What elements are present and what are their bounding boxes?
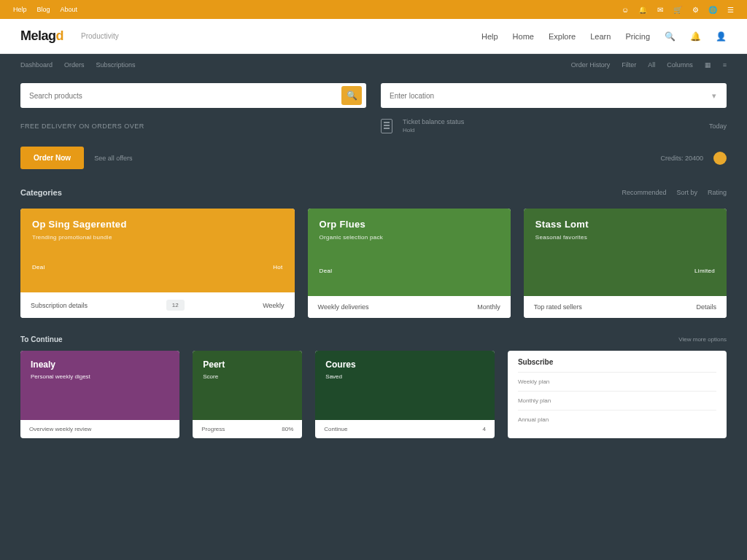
grid-icon[interactable]: ▦ (705, 61, 711, 69)
card-footer: Subscription details 12 Weekly (20, 292, 295, 318)
card-header: Op Sing Sagerented Trending promotional … (20, 209, 295, 292)
divider (518, 391, 716, 392)
nav-link-explore[interactable]: Explore (549, 32, 576, 41)
today-label: Today (709, 122, 727, 130)
navbar-subtitle: Productivity (81, 32, 119, 40)
info-left: Free delivery on orders over (20, 122, 366, 130)
ticket-label: Ticket balance status (403, 118, 464, 125)
plan-row[interactable]: Weekly plan (518, 378, 716, 385)
card-grid-secondary: Inealy Personal weekly digest Overview w… (0, 348, 747, 438)
card-title: Coures (325, 359, 484, 370)
card-footer: Continue 4 (315, 420, 495, 438)
section-header-categories: Categories Recommended Sort by Rating (0, 182, 747, 203)
crumb-link[interactable]: Order History (571, 61, 611, 69)
plan-row[interactable]: Monthly plan (518, 397, 716, 404)
card-badge-right: Hot (273, 264, 282, 271)
list-icon[interactable]: ≡ (723, 61, 727, 69)
topbar-right: ☺ 🔔 ✉ 🛒 ⚙ 🌐 ☰ (622, 6, 734, 13)
view-more-link[interactable]: View more options (678, 336, 727, 343)
continue-card[interactable]: Inealy Personal weekly digest Overview w… (20, 351, 179, 438)
search-products-input[interactable] (29, 92, 341, 100)
crumb[interactable]: Orders (64, 61, 85, 69)
card-badge-left: Deal (320, 268, 333, 274)
info-row: Free delivery on orders over Ticket bala… (0, 118, 747, 147)
sort-label: Sort by (676, 189, 697, 196)
bell-icon[interactable]: 🔔 (639, 6, 646, 13)
crumb[interactable]: Subscriptions (96, 61, 136, 69)
category-card[interactable]: Orp Flues Organic selection pack Deal We… (308, 209, 511, 318)
crumb-link[interactable]: Columns (667, 61, 693, 69)
crumb-link[interactable]: Filter (622, 61, 636, 69)
order-now-button[interactable]: Order Now (20, 147, 84, 169)
credits-group: Credits: 20400 (381, 152, 727, 165)
promo-text: Free delivery on orders over (20, 122, 144, 130)
topbar-link[interactable]: Help (13, 6, 27, 13)
plan-label: Monthly plan (518, 397, 551, 404)
bell-icon[interactable]: 🔔 (690, 31, 701, 42)
plan-label: Annual plan (518, 416, 549, 423)
credits-label: Credits: 20400 (660, 155, 703, 162)
category-card[interactable]: Op Sing Sagerented Trending promotional … (20, 209, 295, 318)
card-title: Orp Flues (320, 219, 499, 230)
card-footer-text: Overview weekly review (29, 426, 91, 432)
search-icon[interactable]: 🔍 (665, 31, 676, 42)
card-title: Op Sing Sagerented (32, 219, 283, 230)
search-products-box: 🔍 (20, 83, 366, 108)
subscribe-panel: Subscribe Weekly plan Monthly plan Annua… (508, 351, 727, 438)
main-navbar: Melagd Productivity Help Home Explore Le… (0, 19, 747, 54)
sort-rating[interactable]: Rating (708, 189, 727, 196)
continue-card[interactable]: Peert Score Progress 80% (193, 351, 302, 438)
cta-caption[interactable]: See all offers (94, 155, 132, 162)
card-subtitle: Saved (325, 373, 484, 380)
card-footer: Weekly deliveries Monthly (308, 296, 511, 318)
card-header: Stass Lomt Seasonal favorites Limited (524, 209, 727, 296)
card-title: Stass Lomt (535, 219, 715, 230)
menu-icon[interactable]: ☰ (727, 6, 734, 13)
sort-recommended[interactable]: Recommended (622, 189, 666, 196)
card-badge-left: Deal (32, 264, 45, 271)
info-row-2: Order Now See all offers Credits: 20400 (0, 147, 747, 182)
crumb[interactable]: Dashboard (20, 61, 53, 69)
card-subtitle: Score (203, 373, 292, 380)
crumb-link[interactable]: All (648, 61, 655, 69)
cta-group: Order Now See all offers (20, 147, 366, 169)
ticket-sub: Hold (403, 127, 464, 133)
gear-icon[interactable]: ⚙ (692, 6, 699, 13)
mail-icon[interactable]: ✉ (657, 6, 664, 13)
cart-icon[interactable]: 🛒 (674, 6, 681, 13)
card-header: Orp Flues Organic selection pack Deal (308, 209, 511, 296)
search-location-box: ▾ (381, 83, 727, 108)
document-icon (381, 119, 392, 133)
search-location-input[interactable] (390, 92, 712, 100)
nav-link-help[interactable]: Help (481, 32, 498, 41)
nav-link-learn[interactable]: Learn (590, 32, 611, 41)
topbar-link[interactable]: About (61, 6, 78, 13)
chevron-down-icon[interactable]: ▾ (712, 91, 722, 101)
coin-icon (713, 152, 727, 165)
brand-logo[interactable]: Melagd (20, 28, 63, 44)
search-button[interactable]: 🔍 (341, 86, 362, 105)
nav-link-pricing[interactable]: Pricing (625, 32, 650, 41)
topbar-link[interactable]: Blog (37, 6, 50, 13)
section-header-continue: To Continue View more options (0, 328, 747, 348)
card-footer-text: Progress (201, 426, 225, 432)
nav-links: Help Home Explore Learn Pricing 🔍 🔔 👤 (481, 31, 727, 42)
nav-link-home[interactable]: Home (513, 32, 534, 41)
user-icon[interactable]: 👤 (716, 31, 727, 42)
section-title: Categories (20, 188, 62, 197)
category-card[interactable]: Stass Lomt Seasonal favorites Limited To… (524, 209, 727, 318)
continue-card[interactable]: Coures Saved Continue 4 (315, 351, 495, 438)
user-icon[interactable]: ☺ (622, 6, 629, 13)
card-footer: Progress 80% (193, 420, 302, 438)
globe-icon[interactable]: 🌐 (709, 6, 716, 13)
card-footer-text: Subscription details (31, 302, 88, 309)
plan-row[interactable]: Annual plan (518, 416, 716, 423)
card-title: Peert (203, 359, 292, 370)
divider (518, 410, 716, 411)
topbar-left: Help Blog About (13, 6, 77, 13)
search-row: 🔍 ▾ (0, 76, 747, 118)
section-title: To Continue (20, 335, 63, 343)
card-header: Inealy Personal weekly digest (20, 351, 179, 420)
breadcrumb-row: Dashboard Orders Subscriptions Order His… (0, 54, 747, 76)
card-subtitle: Personal weekly digest (31, 373, 169, 380)
